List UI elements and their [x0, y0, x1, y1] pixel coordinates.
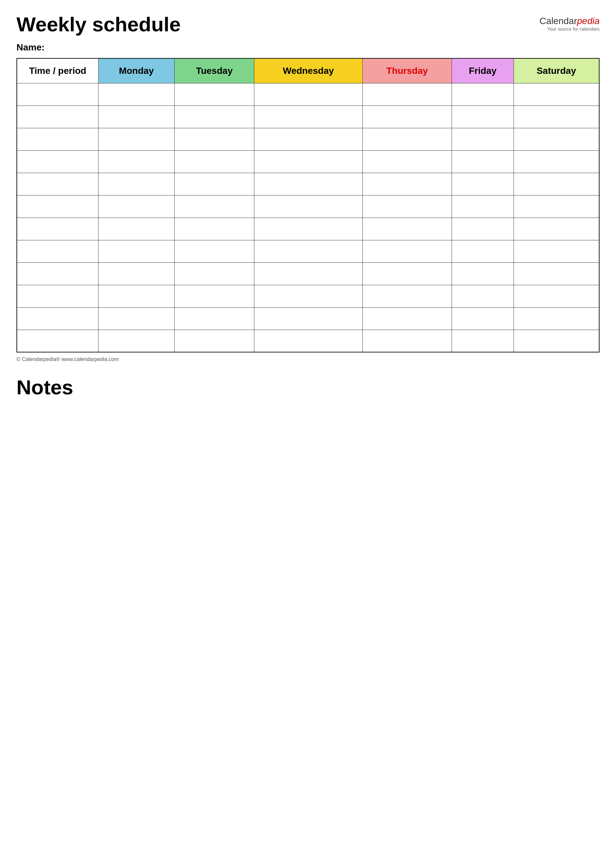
table-row [17, 128, 599, 150]
table-cell[interactable] [254, 262, 362, 285]
table-cell[interactable] [452, 128, 513, 150]
table-cell[interactable] [513, 106, 599, 128]
table-cell[interactable] [254, 330, 362, 352]
table-cell[interactable] [452, 285, 513, 307]
table-cell[interactable] [362, 285, 452, 307]
table-cell[interactable] [513, 173, 599, 195]
table-cell[interactable] [174, 240, 254, 262]
table-cell[interactable] [174, 83, 254, 106]
table-cell[interactable] [513, 240, 599, 262]
table-cell[interactable] [98, 106, 175, 128]
table-cell[interactable] [362, 307, 452, 330]
table-cell[interactable] [98, 195, 175, 218]
table-cell[interactable] [513, 195, 599, 218]
table-cell[interactable] [513, 307, 599, 330]
table-cell[interactable] [98, 128, 175, 150]
table-cell[interactable] [174, 195, 254, 218]
notes-title: Notes [16, 375, 600, 399]
table-cell[interactable] [17, 285, 98, 307]
table-cell[interactable] [174, 330, 254, 352]
table-cell[interactable] [362, 262, 452, 285]
table-cell[interactable] [254, 195, 362, 218]
table-cell[interactable] [362, 195, 452, 218]
table-cell[interactable] [17, 307, 98, 330]
table-cell[interactable] [17, 218, 98, 240]
page-header: Weekly schedule Calendarpedia Your sourc… [16, 13, 600, 35]
table-cell[interactable] [513, 285, 599, 307]
table-cell[interactable] [513, 218, 599, 240]
table-cell[interactable] [362, 240, 452, 262]
table-cell[interactable] [513, 262, 599, 285]
table-row [17, 285, 599, 307]
table-cell[interactable] [254, 83, 362, 106]
table-cell[interactable] [98, 307, 175, 330]
table-cell[interactable] [254, 106, 362, 128]
table-cell[interactable] [174, 307, 254, 330]
table-cell[interactable] [98, 330, 175, 352]
table-cell[interactable] [17, 150, 98, 173]
col-header-thursday: Thursday [362, 58, 452, 83]
table-cell[interactable] [452, 240, 513, 262]
table-cell[interactable] [362, 106, 452, 128]
table-cell[interactable] [17, 128, 98, 150]
table-cell[interactable] [17, 262, 98, 285]
table-row [17, 173, 599, 195]
table-row [17, 106, 599, 128]
table-cell[interactable] [98, 218, 175, 240]
table-cell[interactable] [174, 218, 254, 240]
table-cell[interactable] [174, 128, 254, 150]
table-cell[interactable] [98, 83, 175, 106]
table-cell[interactable] [362, 173, 452, 195]
table-cell[interactable] [362, 128, 452, 150]
table-cell[interactable] [174, 173, 254, 195]
table-cell[interactable] [98, 262, 175, 285]
table-cell[interactable] [513, 128, 599, 150]
table-cell[interactable] [452, 83, 513, 106]
table-cell[interactable] [254, 240, 362, 262]
schedule-table: Time / period Monday Tuesday Wednesday T… [16, 58, 600, 353]
table-cell[interactable] [98, 150, 175, 173]
table-cell[interactable] [174, 150, 254, 173]
table-row [17, 262, 599, 285]
table-cell[interactable] [254, 307, 362, 330]
col-header-time: Time / period [17, 58, 98, 83]
table-cell[interactable] [452, 307, 513, 330]
table-cell[interactable] [17, 173, 98, 195]
table-row [17, 330, 599, 352]
table-row [17, 150, 599, 173]
page-title: Weekly schedule [16, 13, 181, 35]
table-cell[interactable] [452, 262, 513, 285]
table-cell[interactable] [452, 218, 513, 240]
table-cell[interactable] [452, 106, 513, 128]
table-cell[interactable] [254, 285, 362, 307]
table-cell[interactable] [98, 173, 175, 195]
table-cell[interactable] [17, 83, 98, 106]
table-cell[interactable] [98, 285, 175, 307]
table-cell[interactable] [17, 330, 98, 352]
table-cell[interactable] [362, 218, 452, 240]
table-cell[interactable] [17, 195, 98, 218]
table-cell[interactable] [17, 106, 98, 128]
table-cell[interactable] [513, 83, 599, 106]
table-cell[interactable] [254, 128, 362, 150]
table-cell[interactable] [452, 195, 513, 218]
table-cell[interactable] [452, 330, 513, 352]
copyright-text: © Calendarpedia® www.calendarpedia.com [16, 356, 600, 362]
table-cell[interactable] [362, 150, 452, 173]
table-cell[interactable] [98, 240, 175, 262]
table-cell[interactable] [254, 173, 362, 195]
table-cell[interactable] [362, 83, 452, 106]
table-cell[interactable] [254, 218, 362, 240]
table-cell[interactable] [174, 285, 254, 307]
table-cell[interactable] [17, 240, 98, 262]
table-cell[interactable] [174, 262, 254, 285]
table-cell[interactable] [452, 173, 513, 195]
table-cell[interactable] [513, 150, 599, 173]
table-header-row: Time / period Monday Tuesday Wednesday T… [17, 58, 599, 83]
table-cell[interactable] [362, 330, 452, 352]
table-cell[interactable] [174, 106, 254, 128]
table-cell[interactable] [452, 150, 513, 173]
col-header-saturday: Saturday [513, 58, 599, 83]
table-cell[interactable] [513, 330, 599, 352]
table-cell[interactable] [254, 150, 362, 173]
